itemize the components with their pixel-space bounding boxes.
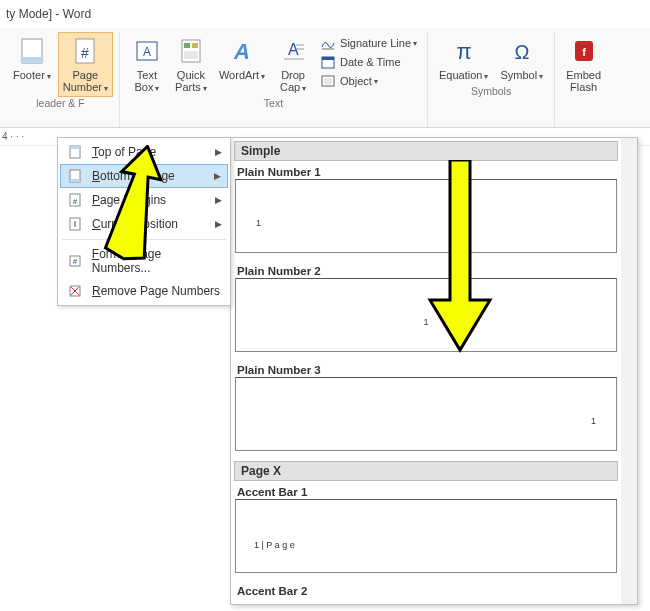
- svg-text:#: #: [73, 197, 78, 206]
- page-number-menu: TTop of Pageop of Page ▶ Bottom of Page …: [57, 137, 231, 306]
- chevron-right-icon: ▶: [215, 219, 222, 229]
- current-position-icon: [66, 216, 84, 232]
- gallery-item-plain-1[interactable]: Plain Number 1 1: [235, 164, 617, 253]
- group-label-flash: [582, 96, 585, 110]
- object-icon: [320, 73, 336, 89]
- svg-rect-9: [184, 51, 198, 59]
- chevron-down-icon: ▾: [539, 72, 543, 81]
- svg-rect-19: [324, 78, 332, 84]
- quick-parts-button[interactable]: Quick Parts▾: [170, 32, 212, 97]
- quick-parts-icon: [175, 35, 207, 67]
- format-numbers-icon: #: [66, 253, 84, 269]
- signature-line-button[interactable]: Signature Line▾: [316, 34, 421, 52]
- group-label-header-footer: leader & F: [36, 97, 84, 111]
- group-label-symbols: Symbols: [471, 85, 511, 99]
- menu-remove-page-numbers[interactable]: Remove Page Numbers Remove Page Numbers: [60, 279, 228, 303]
- menu-format-page-numbers[interactable]: # Format Page Numbers... Format Page Num…: [60, 243, 228, 279]
- chevron-down-icon: ▾: [484, 72, 488, 81]
- chevron-down-icon: ▾: [47, 72, 51, 81]
- preview-plain-3: 1: [235, 377, 617, 451]
- gallery-scrollbar[interactable]: [621, 138, 637, 604]
- gallery-item-accent-2[interactable]: Accent Bar 2: [235, 583, 617, 598]
- svg-rect-27: [70, 179, 80, 182]
- chevron-down-icon: ▾: [261, 72, 265, 81]
- title-bar: ty Mode] - Word: [0, 0, 650, 28]
- svg-text:A: A: [143, 45, 151, 59]
- drop-cap-icon: A: [277, 35, 309, 67]
- gallery-item-plain-3[interactable]: Plain Number 3 1: [235, 362, 617, 451]
- chevron-down-icon: ▾: [203, 84, 207, 93]
- flash-icon: f: [568, 35, 600, 67]
- ribbon-group-text: A Text Box▾ Quick Parts▾ A WordArt▾ A: [120, 32, 428, 127]
- chevron-down-icon: ▾: [302, 84, 306, 93]
- chevron-right-icon: ▶: [215, 195, 222, 205]
- chevron-down-icon: ▾: [374, 77, 378, 86]
- menu-page-margins[interactable]: # Page Margins ▶ Page Margins: [60, 188, 228, 212]
- preview-accent-1: 1 | P a g e: [235, 499, 617, 573]
- svg-rect-17: [322, 57, 334, 60]
- svg-rect-8: [192, 43, 198, 48]
- date-time-icon: [320, 54, 336, 70]
- svg-text:Ω: Ω: [514, 41, 529, 63]
- svg-text:f: f: [582, 46, 586, 58]
- signature-icon: [320, 35, 336, 51]
- footer-icon: [16, 35, 48, 67]
- group-label-text: Text: [264, 97, 283, 111]
- gallery-category-pagex: Page X: [234, 461, 618, 481]
- menu-bottom-of-page[interactable]: Bottom of Page ▶ Bottom of Page: [60, 164, 228, 188]
- page-margins-icon: #: [66, 192, 84, 208]
- chevron-down-icon: ▾: [155, 84, 159, 93]
- page-top-icon: [66, 144, 84, 160]
- page-bottom-icon: [66, 168, 84, 184]
- svg-text:#: #: [81, 45, 89, 61]
- equation-icon: π: [448, 35, 480, 67]
- preview-plain-1: 1: [235, 179, 617, 253]
- window-title: ty Mode] - Word: [6, 7, 91, 21]
- chevron-down-icon: ▾: [413, 39, 417, 48]
- text-box-icon: A: [131, 35, 163, 67]
- remove-numbers-icon: [66, 283, 84, 299]
- chevron-right-icon: ▶: [214, 171, 221, 181]
- wordart-icon: A: [226, 35, 258, 67]
- svg-text:A: A: [233, 39, 250, 64]
- page-number-gallery: Simple Plain Number 1 1 Plain Number 2 1…: [230, 137, 638, 605]
- chevron-down-icon: ▾: [104, 84, 108, 93]
- ribbon: Footer▾ # Page Number▾ leader & F A Text…: [0, 28, 650, 128]
- svg-rect-1: [22, 57, 42, 63]
- svg-rect-25: [70, 146, 80, 149]
- ribbon-group-symbols: π Equation▾ Ω Symbol▾ Symbols: [428, 32, 555, 127]
- text-box-button[interactable]: A Text Box▾: [126, 32, 168, 97]
- page-number-button[interactable]: # Page Number▾: [58, 32, 113, 97]
- gallery-category-simple: Simple: [234, 141, 618, 161]
- menu-current-position[interactable]: Current Position ▶ Current Position: [60, 212, 228, 236]
- object-button[interactable]: Object▾: [316, 72, 421, 90]
- ribbon-group-flash: f Embed Flash: [555, 32, 612, 127]
- wordart-button[interactable]: A WordArt▾: [214, 32, 270, 85]
- svg-rect-7: [184, 43, 190, 48]
- gallery-item-accent-1[interactable]: Accent Bar 1 1 | P a g e: [235, 484, 617, 573]
- embed-flash-button[interactable]: f Embed Flash: [561, 32, 606, 96]
- date-time-button[interactable]: Date & Time: [316, 53, 421, 71]
- footer-button[interactable]: Footer▾: [8, 32, 56, 85]
- ribbon-group-header-footer: Footer▾ # Page Number▾ leader & F: [2, 32, 120, 127]
- chevron-right-icon: ▶: [215, 147, 222, 157]
- symbol-button[interactable]: Ω Symbol▾: [495, 32, 548, 85]
- page-number-icon: #: [69, 35, 101, 67]
- preview-plain-2: 1: [235, 278, 617, 352]
- gallery-item-plain-2[interactable]: Plain Number 2 1: [235, 263, 617, 352]
- drop-cap-button[interactable]: A Drop Cap▾: [272, 32, 314, 97]
- svg-text:π: π: [456, 39, 471, 64]
- ruler-marks: 4 · · ·: [2, 131, 24, 142]
- svg-text:#: #: [73, 257, 78, 266]
- symbol-icon: Ω: [506, 35, 538, 67]
- equation-button[interactable]: π Equation▾: [434, 32, 493, 85]
- menu-top-of-page[interactable]: TTop of Pageop of Page ▶: [60, 140, 228, 164]
